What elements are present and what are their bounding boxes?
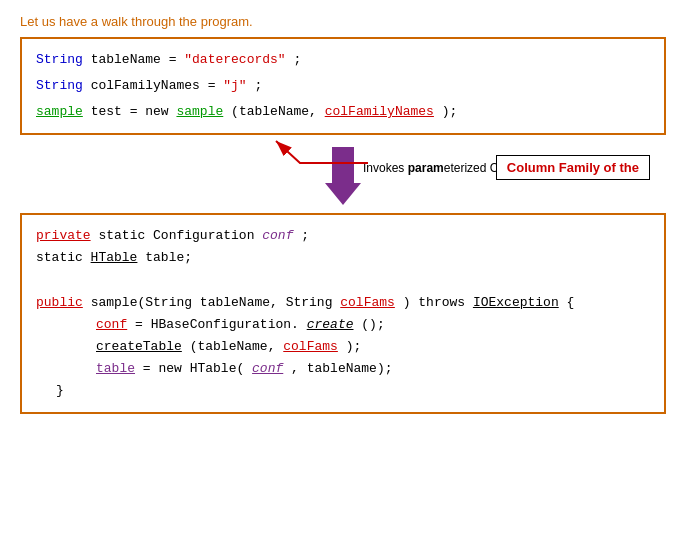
colfamily-value: "j" <box>223 78 246 93</box>
b2-static: static <box>36 250 91 265</box>
b4-ioexception: IOException <box>473 295 559 310</box>
bottom-line-8: } <box>36 380 650 402</box>
code-text-4: (tableName, <box>231 104 325 119</box>
arrow-label-plain: Invokes <box>363 161 408 175</box>
code-text-3: test = new <box>91 104 177 119</box>
b2-table: table; <box>145 250 192 265</box>
b6-end: ); <box>346 339 362 354</box>
bottom-line-5: conf = HBaseConfiguration. create (); <box>36 314 650 336</box>
b1-semi: ; <box>301 228 309 243</box>
code-line-2: String colFamilyNames = "j" ; <box>36 75 650 97</box>
b4-brace: { <box>567 295 575 310</box>
b5-text: = HBaseConfiguration. <box>135 317 299 332</box>
b5-end: (); <box>361 317 384 332</box>
kw-sample-1: sample <box>36 104 83 119</box>
b6-createtable: createTable <box>96 339 182 354</box>
param-colfams: colFams <box>340 295 395 310</box>
b1-text: static Configuration <box>98 228 262 243</box>
b6-colfams: colFams <box>283 339 338 354</box>
b5-conf: conf <box>96 317 127 332</box>
kw-string-2: String <box>36 78 83 93</box>
bottom-line-2: static HTable table; <box>36 247 650 269</box>
kw-string-1: String <box>36 52 83 67</box>
col-family-label: Column Family of the <box>496 155 650 180</box>
code-box-top: String tableName = "daterecords" ; Strin… <box>20 37 666 135</box>
code-text-5: ); <box>442 104 458 119</box>
b5-create: create <box>307 317 354 332</box>
intro-text: Let us have a walk through the program. <box>20 14 666 29</box>
code-box-bottom: private static Configuration conf ; stat… <box>20 213 666 414</box>
page-container: Let us have a walk through the program. … <box>0 0 686 534</box>
b4-throws: ) throws <box>403 295 473 310</box>
b7-table: table <box>96 361 135 376</box>
b8-brace: } <box>56 383 64 398</box>
field-conf: conf <box>262 228 293 243</box>
code-text-2: colFamilyNames = <box>91 78 224 93</box>
arrow-label-bold: param <box>408 161 444 175</box>
b2-htable: HTable <box>91 250 138 265</box>
b7-end: , tableName); <box>291 361 392 376</box>
arrow-shaft <box>332 147 354 183</box>
arrow-head <box>325 183 361 205</box>
b7-conf: conf <box>252 361 283 376</box>
kw-sample-2: sample <box>176 104 223 119</box>
bottom-line-6: createTable (tableName, colFams ); <box>36 336 650 358</box>
kw-public: public <box>36 295 83 310</box>
b4-text: sample(String tableName, String <box>91 295 341 310</box>
bottom-line-3 <box>36 269 650 291</box>
code-line-1: String tableName = "daterecords" ; <box>36 49 650 71</box>
colfamilynames-ref: colFamilyNames <box>325 104 434 119</box>
kw-private: private <box>36 228 91 243</box>
bottom-line-4: public sample(String tableName, String c… <box>36 292 650 314</box>
tablename-value: "daterecords" <box>184 52 285 67</box>
code-line-3: sample test = new sample (tableName, col… <box>36 101 650 123</box>
semi-1: ; <box>293 52 301 67</box>
bottom-line-1: private static Configuration conf ; <box>36 225 650 247</box>
bottom-line-7: table = new HTable( conf , tableName); <box>36 358 650 380</box>
semi-2: ; <box>254 78 262 93</box>
b6-args: (tableName, <box>190 339 284 354</box>
col-family-text: Column Family of the <box>507 160 639 175</box>
code-text-1: tableName = <box>91 52 185 67</box>
b7-text: = new HTable( <box>143 361 244 376</box>
